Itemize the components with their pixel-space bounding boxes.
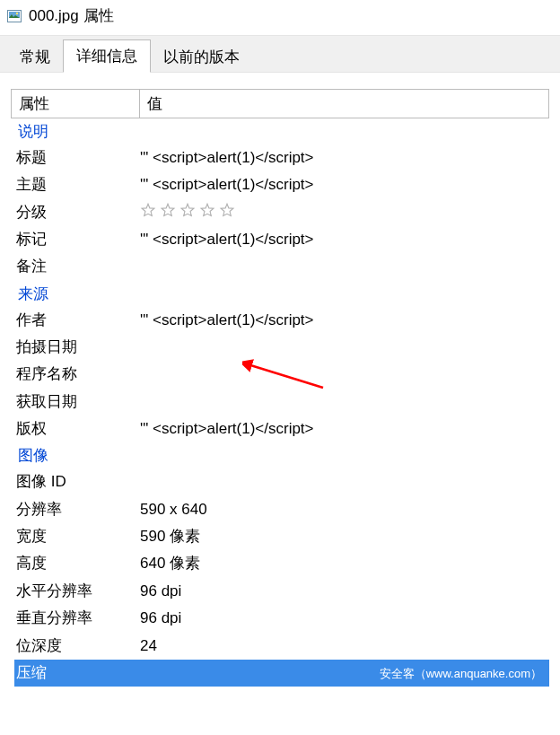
row-height-label: 高度 (14, 552, 140, 575)
row-date-acquired[interactable]: 获取日期 (14, 389, 549, 416)
star-icon[interactable] (199, 202, 215, 218)
column-header-row: 属性 值 (11, 89, 549, 118)
row-hres-label: 水平分辨率 (14, 580, 140, 603)
row-comments[interactable]: 备注 (14, 253, 549, 280)
row-width-value[interactable]: 590 像素 (140, 525, 549, 548)
tab-general[interactable]: 常规 (7, 41, 63, 73)
row-bitdepth[interactable]: 位深度 24 (14, 633, 549, 660)
row-rating-label: 分级 (14, 201, 140, 224)
row-height[interactable]: 高度 640 像素 (14, 550, 549, 577)
row-image-id[interactable]: 图像 ID (14, 468, 549, 495)
property-list: 说明 标题 '" <script>alert(1)</script> 主题 '"… (11, 118, 549, 687)
row-title-value[interactable]: '" <script>alert(1)</script> (140, 146, 549, 170)
section-image: 图像 (14, 442, 549, 468)
tab-previous-versions[interactable]: 以前的版本 (151, 41, 252, 73)
column-header-property[interactable]: 属性 (12, 90, 139, 118)
column-header-value[interactable]: 值 (140, 90, 548, 118)
star-icon[interactable] (179, 202, 196, 218)
row-width-label: 宽度 (14, 525, 140, 548)
row-hres[interactable]: 水平分辨率 96 dpi (14, 578, 549, 605)
titlebar: 000.jpg 属性 (0, 0, 560, 35)
star-icon[interactable] (160, 202, 176, 218)
row-tags-label: 标记 (14, 228, 140, 251)
row-date-acquired-value[interactable] (140, 390, 549, 414)
row-program-name-value[interactable] (140, 363, 549, 386)
row-copyright-label: 版权 (14, 417, 140, 441)
star-icon[interactable] (140, 202, 156, 218)
row-vres-label: 垂直分辨率 (14, 607, 140, 630)
row-tags[interactable]: 标记 '" <script>alert(1)</script> (14, 226, 549, 253)
row-program-name[interactable]: 程序名称 (14, 361, 549, 388)
row-date-acquired-label: 获取日期 (14, 390, 140, 414)
row-program-name-label: 程序名称 (14, 363, 140, 386)
row-bitdepth-label: 位深度 (14, 634, 140, 658)
details-pane: 属性 值 说明 标题 '" <script>alert(1)</script> … (0, 73, 560, 687)
row-authors-label: 作者 (14, 309, 140, 332)
row-copyright[interactable]: 版权 '" <script>alert(1)</script> (14, 416, 549, 442)
row-compression[interactable]: 压缩 安全客（www.anquanke.com） (14, 660, 549, 687)
row-dimensions-value[interactable]: 590 x 640 (140, 498, 549, 521)
row-subject[interactable]: 主题 '" <script>alert(1)</script> (14, 171, 549, 198)
image-file-icon (7, 9, 22, 23)
row-dimensions-label: 分辨率 (14, 498, 140, 521)
row-copyright-value[interactable]: '" <script>alert(1)</script> (140, 417, 549, 441)
row-authors[interactable]: 作者 '" <script>alert(1)</script> (14, 307, 549, 334)
row-comments-label: 备注 (14, 255, 140, 278)
tab-details[interactable]: 详细信息 (63, 39, 151, 73)
row-image-id-value[interactable] (140, 470, 549, 494)
row-bitdepth-value[interactable]: 24 (140, 634, 549, 658)
row-title[interactable]: 标题 '" <script>alert(1)</script> (14, 144, 549, 171)
row-rating[interactable]: 分级 (14, 199, 549, 226)
section-description: 说明 (14, 118, 549, 144)
row-image-id-label: 图像 ID (14, 470, 140, 494)
rating-stars[interactable] (140, 201, 549, 218)
row-subject-label: 主题 (14, 173, 140, 197)
watermark: 安全客（www.anquanke.com） (372, 661, 549, 687)
row-vres[interactable]: 垂直分辨率 96 dpi (14, 605, 549, 632)
row-date-taken[interactable]: 拍摄日期 (14, 334, 549, 361)
svg-point-3 (16, 12, 18, 13)
section-origin: 来源 (14, 281, 549, 307)
row-rating-value[interactable] (140, 201, 549, 224)
window-title: 000.jpg 属性 (29, 5, 114, 26)
row-date-taken-value[interactable] (140, 336, 549, 359)
star-icon[interactable] (219, 202, 235, 218)
row-vres-value[interactable]: 96 dpi (140, 607, 549, 630)
row-height-value[interactable]: 640 像素 (140, 552, 549, 575)
row-hres-value[interactable]: 96 dpi (140, 580, 549, 603)
row-subject-value[interactable]: '" <script>alert(1)</script> (140, 173, 549, 197)
row-tags-value[interactable]: '" <script>alert(1)</script> (140, 228, 549, 251)
row-compression-label: 压缩 (14, 661, 140, 685)
row-date-taken-label: 拍摄日期 (14, 336, 140, 359)
tab-bar: 常规 详细信息 以前的版本 (0, 35, 560, 73)
row-dimensions[interactable]: 分辨率 590 x 640 (14, 496, 549, 523)
row-width[interactable]: 宽度 590 像素 (14, 523, 549, 550)
row-authors-value[interactable]: '" <script>alert(1)</script> (140, 309, 549, 332)
row-title-label: 标题 (14, 146, 140, 170)
row-comments-value[interactable] (140, 255, 549, 278)
